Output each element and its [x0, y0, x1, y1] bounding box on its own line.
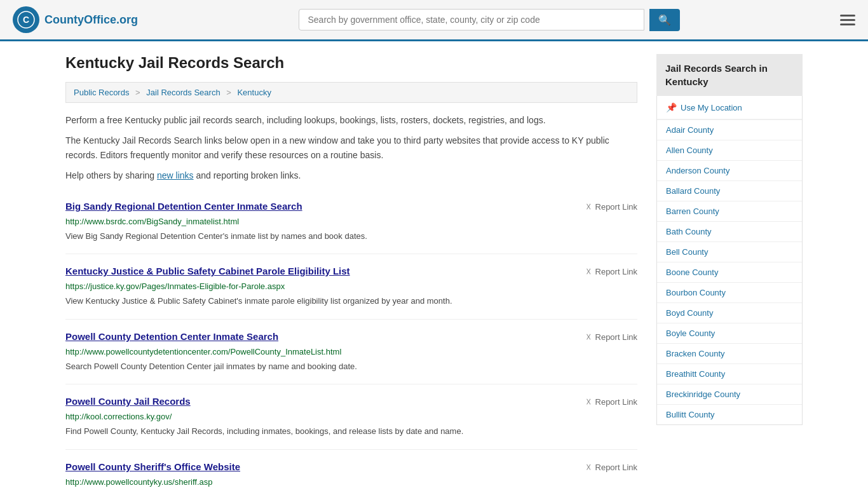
- result-title[interactable]: Powell County Detention Center Inmate Se…: [65, 331, 278, 342]
- result-item: Big Sandy Regional Detention Center Inma…: [65, 189, 637, 255]
- result-header: Kentucky Justice & Public Safety Cabinet…: [65, 266, 637, 278]
- sidebar-item-bourbon-county[interactable]: Bourbon County: [657, 283, 802, 302]
- breadcrumb-kentucky[interactable]: Kentucky: [237, 88, 271, 97]
- search-area: 🔍: [299, 9, 680, 31]
- report-link-label: Report Link: [595, 463, 637, 472]
- report-link-button[interactable]: ☓ Report Link: [586, 331, 637, 343]
- description-3-suffix: and reporting broken links.: [194, 170, 301, 180]
- sidebar-title: Jail Records Search in Kentucky: [656, 54, 803, 96]
- site-header: C CountyOffice.org 🔍: [0, 0, 868, 41]
- list-item: Barren County: [657, 201, 802, 222]
- result-title[interactable]: Kentucky Justice & Public Safety Cabinet…: [65, 266, 350, 276]
- menu-line-1: [840, 15, 855, 17]
- sidebar-item-allen-county[interactable]: Allen County: [657, 140, 802, 160]
- logo-area: C CountyOffice.org: [13, 6, 138, 33]
- search-input[interactable]: [299, 9, 644, 30]
- report-link-button[interactable]: ☓ Report Link: [586, 461, 637, 473]
- report-link-button[interactable]: ☓ Report Link: [586, 396, 637, 408]
- sidebar-item-boyd-county[interactable]: Boyd County: [657, 303, 802, 323]
- result-header: Powell County Jail Records ☓ Report Link: [65, 396, 637, 408]
- sidebar-item-bracken-county[interactable]: Bracken County: [657, 344, 802, 363]
- list-item: Bourbon County: [657, 283, 802, 303]
- page-title: Kentucky Jail Records Search: [65, 54, 637, 72]
- sidebar: Jail Records Search in Kentucky 📌 Use My…: [656, 54, 803, 488]
- main-content: Kentucky Jail Records Search Public Reco…: [65, 54, 637, 488]
- result-url[interactable]: http://kool.corrections.ky.gov/: [65, 412, 637, 421]
- logo-icon: C: [13, 6, 39, 33]
- location-pin-icon: 📌: [666, 102, 677, 112]
- report-link-button[interactable]: ☓ Report Link: [586, 266, 637, 278]
- sidebar-use-location-item: 📌 Use My Location: [657, 96, 802, 120]
- use-location-button[interactable]: 📌 Use My Location: [657, 96, 802, 119]
- result-desc: Search Powell County Detention Center ja…: [65, 360, 637, 373]
- list-item: Anderson County: [657, 161, 802, 181]
- result-header: Powell County Sheriff's Office Website ☓…: [65, 461, 637, 473]
- results-list: Big Sandy Regional Detention Center Inma…: [65, 189, 637, 488]
- menu-button[interactable]: [840, 15, 855, 25]
- report-link-label: Report Link: [595, 267, 637, 276]
- svg-text:C: C: [23, 15, 29, 25]
- description-2: The Kentucky Jail Records Search links b…: [65, 133, 637, 162]
- menu-line-3: [840, 24, 855, 25]
- result-title[interactable]: Big Sandy Regional Detention Center Inma…: [65, 201, 302, 212]
- list-item: Boyd County: [657, 303, 802, 323]
- sidebar-item-ballard-county[interactable]: Ballard County: [657, 181, 802, 201]
- list-item: Allen County: [657, 140, 802, 161]
- sidebar-item-boyle-county[interactable]: Boyle County: [657, 323, 802, 343]
- breadcrumb-sep-2: >: [226, 88, 233, 97]
- report-icon: ☓: [586, 201, 592, 213]
- sidebar-item-anderson-county[interactable]: Anderson County: [657, 161, 802, 180]
- result-title[interactable]: Powell County Jail Records: [65, 396, 191, 407]
- result-item: Kentucky Justice & Public Safety Cabinet…: [65, 254, 637, 320]
- report-link-label: Report Link: [595, 397, 637, 407]
- description-3: Help others by sharing new links and rep…: [65, 168, 637, 182]
- sidebar-item-boone-county[interactable]: Boone County: [657, 262, 802, 282]
- breadcrumb-sep-1: >: [135, 88, 142, 97]
- result-title[interactable]: Powell County Sheriff's Office Website: [65, 461, 240, 472]
- page-container: Kentucky Jail Records Search Public Reco…: [53, 41, 815, 488]
- list-item: Boyle County: [657, 323, 802, 344]
- search-button[interactable]: 🔍: [649, 9, 680, 31]
- result-item: Powell County Sheriff's Office Website ☓…: [65, 450, 637, 488]
- list-item: Bell County: [657, 242, 802, 262]
- menu-line-2: [840, 19, 855, 21]
- report-link-label: Report Link: [595, 202, 637, 212]
- report-link-button[interactable]: ☓ Report Link: [586, 201, 637, 213]
- report-icon: ☓: [586, 331, 592, 343]
- report-icon: ☓: [586, 266, 592, 278]
- result-header: Big Sandy Regional Detention Center Inma…: [65, 201, 637, 213]
- list-item: Breckinridge County: [657, 384, 802, 405]
- result-desc: View Big Sandy Regional Detention Center…: [65, 230, 637, 243]
- sidebar-item-adair-county[interactable]: Adair County: [657, 120, 802, 140]
- result-header: Powell County Detention Center Inmate Se…: [65, 331, 637, 343]
- result-desc: View Kentucky Justice & Public Safety Ca…: [65, 295, 637, 308]
- sidebar-item-bell-county[interactable]: Bell County: [657, 242, 802, 262]
- use-location-label: Use My Location: [681, 103, 742, 112]
- report-icon: ☓: [586, 396, 592, 408]
- sidebar-item-barren-county[interactable]: Barren County: [657, 201, 802, 221]
- breadcrumb-jail-records[interactable]: Jail Records Search: [146, 88, 220, 97]
- new-links-link[interactable]: new links: [157, 170, 194, 180]
- sidebar-item-bullitt-county[interactable]: Bullitt County: [657, 405, 802, 424]
- result-item: Powell County Jail Records ☓ Report Link…: [65, 384, 637, 450]
- sidebar-item-breathitt-county[interactable]: Breathitt County: [657, 364, 802, 384]
- sidebar-item-bath-county[interactable]: Bath County: [657, 222, 802, 241]
- logo-text: CountyOffice.org: [44, 13, 138, 27]
- report-icon: ☓: [586, 461, 592, 473]
- breadcrumb: Public Records > Jail Records Search > K…: [65, 82, 637, 103]
- result-desc: Find Powell County, Kentucky Jail Record…: [65, 425, 637, 438]
- result-url[interactable]: http://www.powellcountydetentioncenter.c…: [65, 347, 637, 356]
- breadcrumb-public-records[interactable]: Public Records: [74, 88, 129, 97]
- list-item: Breathitt County: [657, 364, 802, 384]
- list-item: Ballard County: [657, 181, 802, 201]
- result-url[interactable]: https://justice.ky.gov/Pages/Inmates-Eli…: [65, 281, 637, 291]
- logo-brand: CountyOffice: [44, 13, 116, 26]
- sidebar-item-breckinridge-county[interactable]: Breckinridge County: [657, 384, 802, 404]
- result-url[interactable]: http://www.bsrdc.com/BigSandy_inmatelist…: [65, 217, 637, 226]
- sidebar-county-list: 📌 Use My Location Adair County Allen Cou…: [656, 96, 803, 425]
- description-1: Perform a free Kentucky public jail reco…: [65, 113, 637, 127]
- search-icon: 🔍: [658, 15, 671, 25]
- result-item: Powell County Detention Center Inmate Se…: [65, 320, 637, 385]
- report-link-label: Report Link: [595, 332, 637, 342]
- result-url[interactable]: http://www.powellcountyky.us/sheriff.asp: [65, 477, 637, 487]
